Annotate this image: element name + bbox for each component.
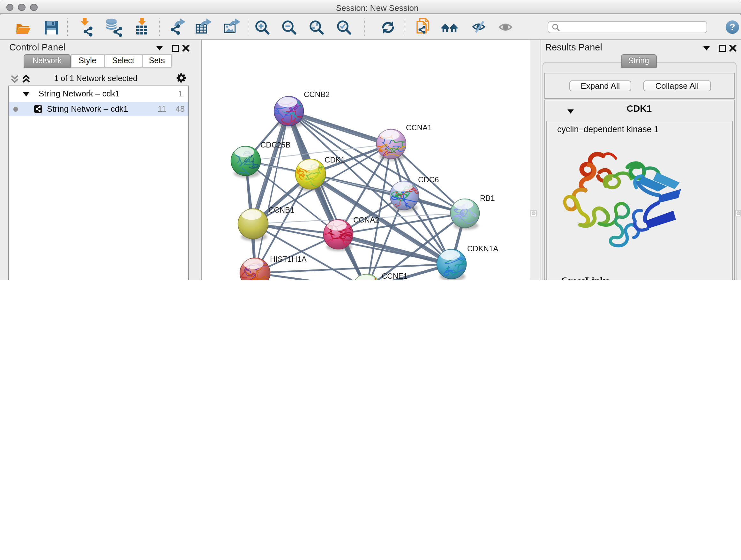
svg-text:CCNE1: CCNE1 — [382, 272, 408, 280]
svg-text:CDKN1A: CDKN1A — [467, 244, 498, 253]
svg-text:CCNB1: CCNB1 — [268, 206, 294, 214]
svg-text:CCNB2: CCNB2 — [304, 90, 330, 99]
svg-text:CDC6: CDC6 — [418, 175, 439, 184]
svg-text:CCNA1: CCNA1 — [406, 123, 432, 132]
svg-text:CCNA2: CCNA2 — [353, 215, 379, 224]
svg-text:HIST1H1A: HIST1H1A — [270, 255, 307, 263]
svg-text:RB1: RB1 — [480, 194, 495, 202]
svg-text:CDC25B: CDC25B — [260, 140, 291, 149]
svg-text:CDK1: CDK1 — [325, 155, 345, 164]
